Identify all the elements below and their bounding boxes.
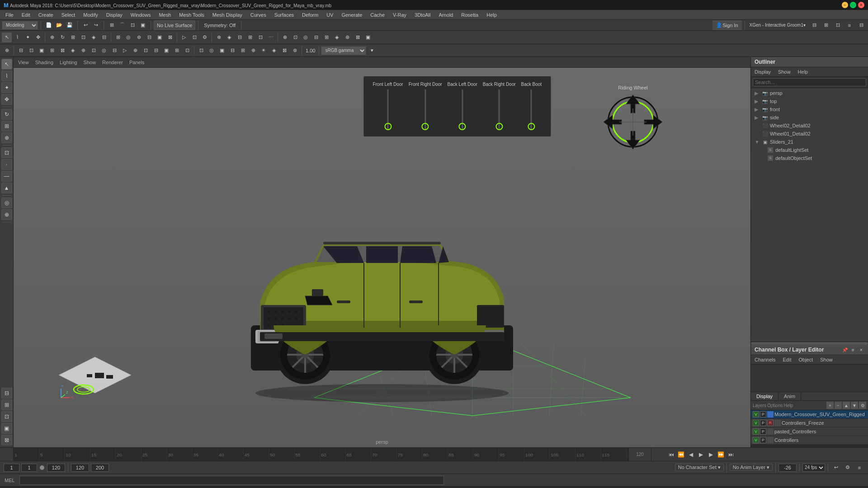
no-anim-layer-label[interactable]: No Anim Layer ▾: [730, 464, 773, 471]
rigging-btn6[interactable]: ⋯: [266, 33, 276, 42]
face-mode[interactable]: ▲: [1, 183, 12, 193]
layout-3[interactable]: ⊡: [1, 411, 12, 422]
outliner-item-side[interactable]: ▶ 📷 side: [751, 113, 868, 122]
view-btn17[interactable]: ⊡: [182, 46, 192, 56]
next-frame-btn[interactable]: ▶: [707, 450, 715, 459]
outliner-item-top[interactable]: ▶ 📷 top: [751, 97, 868, 105]
cb-channels[interactable]: Channels: [753, 356, 777, 363]
view-btn1[interactable]: ⊟: [16, 46, 26, 56]
vertex-mode[interactable]: ·: [1, 159, 12, 170]
texture-btn[interactable]: ⊕: [248, 46, 258, 56]
channel-box-pin-btn[interactable]: 📌: [842, 347, 848, 353]
menu-surfaces[interactable]: Surfaces: [271, 11, 297, 19]
render-btn[interactable]: ▷: [179, 33, 189, 42]
cb-edit[interactable]: Edit: [781, 356, 793, 363]
workspace-dropdown-btn[interactable]: XGen - Interactive Groom1 ▾: [748, 20, 808, 30]
frame-end-input[interactable]: [47, 464, 65, 472]
lasso-tool[interactable]: ⌇: [1, 70, 12, 81]
sculpt-btn9[interactable]: ▣: [363, 33, 373, 42]
layout-2[interactable]: ⊞: [1, 399, 12, 410]
sculpt-btn8[interactable]: ⊠: [353, 33, 363, 42]
menu-cache[interactable]: Cache: [367, 11, 388, 19]
layer-settings-btn[interactable]: ⚙: [859, 402, 866, 409]
tab-anim[interactable]: Anim: [778, 392, 801, 400]
view-btn16[interactable]: ⊞: [172, 46, 182, 56]
layer-color2-swatch[interactable]: [774, 420, 781, 426]
snap-btn2[interactable]: ◎: [123, 33, 133, 42]
snap-btn4[interactable]: ⊟: [144, 33, 154, 42]
ao-btn[interactable]: ⊠: [279, 46, 289, 56]
layer-add-btn[interactable]: +: [826, 402, 834, 409]
layer-move-up-btn[interactable]: ▲: [843, 402, 850, 409]
view-btn6[interactable]: ◈: [68, 46, 78, 56]
menu-arnold[interactable]: Arnold: [435, 11, 457, 19]
cb-object[interactable]: Object: [797, 356, 815, 363]
scene[interactable]: Front Left Door Front Right Door Back Le…: [14, 68, 750, 447]
tab-renderer[interactable]: Renderer: [99, 59, 126, 66]
layer-p3-toggle[interactable]: P: [760, 428, 766, 435]
smooth-btn[interactable]: ◎: [207, 46, 217, 56]
maximize-button[interactable]: □: [850, 2, 856, 8]
soft-mod-btn[interactable]: ◈: [89, 33, 99, 42]
open-scene-btn[interactable]: 📂: [54, 20, 64, 30]
slider-track-4[interactable]: [480, 88, 519, 132]
frame-start-input[interactable]: [4, 464, 19, 472]
move-tool-btn[interactable]: ✥: [33, 33, 43, 42]
snap-btn5[interactable]: ▣: [155, 33, 165, 42]
layer-item-freeze[interactable]: V P R Controllers_Freeze: [751, 419, 868, 427]
universal-manipulator-btn[interactable]: ⊡: [78, 33, 88, 42]
channel-box-close-btn[interactable]: ×: [858, 347, 864, 353]
select-tool-btn[interactable]: ↖: [2, 33, 12, 42]
layers-label[interactable]: Layers: [753, 403, 766, 408]
render-settings-btn[interactable]: ⚙: [200, 33, 210, 42]
view-btn11[interactable]: ▷: [120, 46, 130, 56]
cb-show[interactable]: Show: [818, 356, 835, 363]
layer-v-toggle[interactable]: V: [753, 411, 759, 418]
new-scene-btn[interactable]: 📄: [44, 20, 54, 30]
sculpt-btn1[interactable]: ⊕: [280, 33, 290, 42]
tab-panels[interactable]: Panels: [127, 59, 147, 66]
menu-help[interactable]: Help: [483, 11, 500, 19]
component-btn[interactable]: ⊞: [238, 46, 248, 56]
slider-track-3[interactable]: [445, 88, 480, 132]
show-manipulator-btn[interactable]: ⊟: [99, 33, 109, 42]
outliner-scrollbar[interactable]: [751, 342, 868, 344]
tab-lighting[interactable]: Lighting: [57, 59, 80, 66]
aa-btn[interactable]: ⊛: [290, 46, 300, 56]
menu-windows[interactable]: Windows: [127, 11, 155, 19]
no-live-surface-btn[interactable]: No Live Surface: [154, 20, 195, 30]
view-btn15[interactable]: ▣: [161, 46, 171, 56]
tweak-mode-tool[interactable]: ⊕: [1, 209, 12, 220]
channel-box-menu-btn[interactable]: ≡: [850, 347, 856, 353]
layout-4[interactable]: ▣: [1, 423, 12, 434]
step-back-btn[interactable]: ⏪: [677, 450, 685, 459]
layer-item-controllers[interactable]: V P Controllers: [751, 436, 868, 445]
frame-current-input[interactable]: [21, 464, 37, 472]
universal-tool[interactable]: ⊕: [1, 132, 12, 143]
menu-select[interactable]: Select: [58, 11, 79, 19]
slider-track-2[interactable]: [406, 88, 445, 132]
undo-btn[interactable]: ↩: [80, 20, 90, 30]
select-tool[interactable]: ↖: [1, 59, 12, 70]
outliner-item-objectset[interactable]: ▶ S defaultObjectSet: [751, 154, 868, 162]
redo-btn[interactable]: ↪: [91, 20, 101, 30]
menu-curves[interactable]: Curves: [247, 11, 270, 19]
layer-v4-toggle[interactable]: V: [753, 437, 759, 443]
view-btn7[interactable]: ⊕: [78, 46, 88, 56]
snap-curve-btn[interactable]: ⌒: [117, 20, 127, 30]
view-btn13[interactable]: ⊡: [141, 46, 151, 56]
view-btn3[interactable]: ▣: [37, 46, 47, 56]
fps-dropdown[interactable]: 24 fps 30 fps 60 fps: [802, 464, 825, 472]
sculpt-btn2[interactable]: ⊡: [290, 33, 300, 42]
layer-color-swatch[interactable]: [767, 411, 774, 418]
tab-shading[interactable]: Shading: [33, 59, 56, 66]
rigging-btn2[interactable]: ◈: [224, 33, 234, 42]
rotate-btn[interactable]: ↻: [57, 33, 67, 42]
sculpt-btn3[interactable]: ◎: [301, 33, 311, 42]
prev-frame-btn[interactable]: ◀: [687, 450, 695, 459]
layer-v3-toggle[interactable]: V: [753, 428, 759, 435]
view-btn4[interactable]: ⊞: [47, 46, 57, 56]
options-label[interactable]: Options: [767, 403, 783, 408]
menu-create[interactable]: Create: [35, 11, 57, 19]
rigging-btn1[interactable]: ⊕: [214, 33, 224, 42]
